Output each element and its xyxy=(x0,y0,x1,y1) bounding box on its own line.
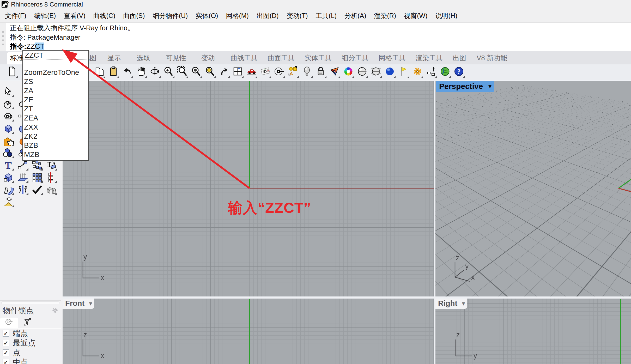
lights-button[interactable] xyxy=(301,66,313,79)
fillet-tool[interactable] xyxy=(3,184,14,196)
rotate-view-button[interactable] xyxy=(149,66,161,79)
wireframe-view-button[interactable] xyxy=(370,66,382,79)
new-file-button[interactable] xyxy=(6,66,18,79)
boolean-tool[interactable] xyxy=(46,184,57,196)
menu-item[interactable]: 曲面(S) xyxy=(119,9,149,22)
toolbar-tab-5[interactable]: 可见性 xyxy=(163,52,189,64)
toolbar-tab-4[interactable]: 选取 xyxy=(134,52,153,64)
menu-item[interactable]: 工具(L) xyxy=(312,9,341,22)
options-button[interactable] xyxy=(412,66,423,79)
menu-item[interactable]: 查看(V) xyxy=(60,9,89,22)
rotate-tool[interactable] xyxy=(46,160,57,171)
copy-button[interactable] xyxy=(94,66,105,79)
viewport-label-right[interactable]: Right ▾ xyxy=(435,299,467,309)
autocomplete-item[interactable]: ZE xyxy=(23,95,88,104)
toolbar-tab-8[interactable]: 曲面工具 xyxy=(264,52,298,64)
plugins-tool[interactable] xyxy=(3,135,14,147)
flag-button[interactable] xyxy=(398,66,409,79)
undo-button[interactable] xyxy=(122,66,133,79)
autocomplete-item[interactable]: ZXX xyxy=(23,123,88,132)
autocomplete-item[interactable]: ZK2 xyxy=(23,132,88,141)
viewport-layout-button[interactable] xyxy=(232,66,244,79)
color-wheel-button[interactable] xyxy=(343,66,354,79)
command-input[interactable]: 指令:ZZCT xyxy=(10,42,44,51)
autocomplete-item[interactable]: ZEA xyxy=(23,113,88,123)
viewport-perspective[interactable] xyxy=(435,81,631,296)
zoom-selected-button[interactable] xyxy=(191,66,202,79)
rendered-view-button[interactable] xyxy=(384,66,396,79)
dimension-button[interactable] xyxy=(426,66,437,79)
render-button[interactable] xyxy=(329,66,340,79)
autocomplete-item[interactable]: MZB xyxy=(23,150,88,159)
autocomplete-item[interactable]: ZT xyxy=(23,104,88,113)
toolbar-tab-9[interactable]: 实体工具 xyxy=(301,52,335,64)
cplane-button[interactable] xyxy=(260,66,271,79)
viewport-top[interactable] xyxy=(63,81,434,296)
autocomplete-item[interactable]: ZA xyxy=(23,86,88,95)
shaded-view-button[interactable] xyxy=(356,66,368,79)
pan-view-button[interactable] xyxy=(135,66,147,79)
checkbox[interactable]: ✓ xyxy=(3,349,9,356)
named-view-button[interactable] xyxy=(246,66,257,79)
extrude-tool[interactable] xyxy=(17,172,28,183)
arrange-tool[interactable] xyxy=(31,160,43,171)
zoom-extents-button[interactable] xyxy=(204,66,216,79)
checkbox[interactable]: ✓ xyxy=(3,330,9,337)
menu-item[interactable]: 说明(H) xyxy=(431,9,461,22)
toolbar-tab-10[interactable]: 细分工具 xyxy=(338,52,372,64)
menu-item[interactable]: 细分物件(U) xyxy=(149,9,192,22)
set-cplane-button[interactable] xyxy=(274,66,285,79)
menu-item[interactable]: 渲染(R) xyxy=(370,9,400,22)
toolbar-tab-7[interactable]: 曲线工具 xyxy=(227,52,261,64)
menu-item[interactable]: 分析(A) xyxy=(341,9,370,22)
toolbar-tab-11[interactable]: 网格工具 xyxy=(375,52,409,64)
earth-button[interactable] xyxy=(439,66,451,79)
move-tool[interactable] xyxy=(17,160,28,171)
help-button[interactable]: ? xyxy=(453,66,465,79)
menu-item[interactable]: 变动(T) xyxy=(283,9,312,22)
tab-object-snap[interactable] xyxy=(0,318,18,328)
zoom-window-button[interactable] xyxy=(177,66,188,79)
menu-item[interactable]: 编辑(E) xyxy=(30,9,60,22)
menu-item[interactable]: 出图(D) xyxy=(253,9,283,22)
menu-item[interactable]: 文件(F) xyxy=(1,9,30,22)
drag-pyramid-tool[interactable] xyxy=(3,196,14,208)
autocomplete-item[interactable]: ZoomZeroToOne xyxy=(23,68,88,77)
toolbar-tab-14[interactable]: V8 新功能 xyxy=(474,52,510,64)
lock-button[interactable] xyxy=(315,66,326,79)
checkbox[interactable]: ✓ xyxy=(3,359,9,364)
polygon-tool[interactable] xyxy=(3,111,14,122)
zoom-dynamic-button[interactable] xyxy=(163,66,174,79)
text-tool[interactable]: T xyxy=(3,160,14,171)
command-panel-gripper[interactable] xyxy=(0,23,6,51)
orient-tool[interactable] xyxy=(17,184,28,196)
autocomplete-selected-item[interactable]: ZZCT xyxy=(23,51,88,59)
array-tool[interactable] xyxy=(31,172,43,183)
selection-filter-button[interactable] xyxy=(287,66,299,79)
autocomplete-item[interactable]: BZB xyxy=(23,141,88,150)
checkbox[interactable]: ✓ xyxy=(3,340,9,346)
panel-gripper[interactable] xyxy=(1,301,59,304)
check-tool[interactable] xyxy=(31,184,43,196)
viewport-label-front[interactable]: Front ▾ xyxy=(63,299,94,309)
viewport-label-perspective[interactable]: Perspective ▾ xyxy=(436,81,494,92)
toolbar-tab-3[interactable]: 显示 xyxy=(104,52,124,64)
toolbar-tab-6[interactable]: 变动 xyxy=(198,52,218,64)
menu-item[interactable]: 视窗(W) xyxy=(400,9,431,22)
box-tool[interactable] xyxy=(3,123,14,134)
gear-icon[interactable] xyxy=(51,307,59,315)
viewport-front[interactable] xyxy=(63,299,434,364)
solid-edit-tool[interactable] xyxy=(3,172,14,183)
autocomplete-item[interactable]: ZS xyxy=(23,77,88,86)
menu-item[interactable]: 实体(O) xyxy=(192,9,222,22)
chevron-down-icon[interactable]: ▾ xyxy=(461,300,466,307)
toolbar-tab-12[interactable]: 渲染工具 xyxy=(412,52,446,64)
tab-selection-filter[interactable] xyxy=(18,318,37,328)
split-tool[interactable] xyxy=(46,172,57,183)
chevron-down-icon[interactable]: ▾ xyxy=(88,300,93,307)
select-tool[interactable] xyxy=(3,86,14,98)
toolbar-tab-13[interactable]: 出图 xyxy=(450,52,469,64)
chevron-down-icon[interactable]: ▾ xyxy=(487,83,492,90)
undo-view-button[interactable] xyxy=(218,66,230,79)
menu-item[interactable]: 曲线(C) xyxy=(89,9,119,22)
